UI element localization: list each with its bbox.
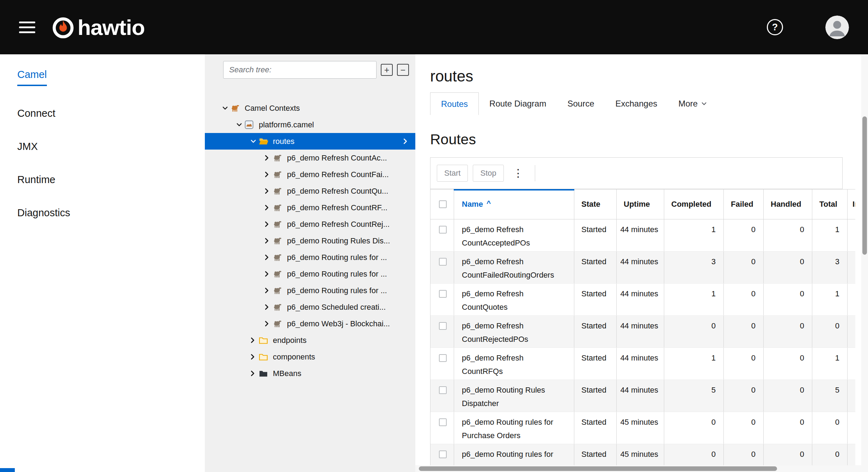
route-icon — [273, 237, 285, 245]
chevron-right-icon[interactable] — [250, 337, 259, 344]
tree-node[interactable]: components — [205, 349, 415, 365]
tree-node-label: Camel Contexts — [245, 104, 300, 113]
tree-node[interactable]: MBeans — [205, 365, 415, 382]
horizontal-scrollbar-thumb[interactable] — [419, 466, 777, 471]
select-all-checkbox[interactable] — [439, 200, 447, 208]
row-checkbox[interactable] — [439, 290, 447, 298]
search-tree-input[interactable] — [223, 61, 377, 79]
chevron-right-icon[interactable] — [264, 221, 273, 228]
tab-routes[interactable]: Routes — [430, 92, 479, 115]
sidebar-item-runtime[interactable]: Runtime — [17, 174, 55, 186]
chevron-right-icon[interactable] — [264, 237, 273, 244]
tree-node[interactable]: p6_demo Refresh CountFai... — [205, 166, 415, 183]
row-checkbox[interactable] — [439, 418, 447, 426]
app-logo[interactable]: hawtio — [51, 15, 145, 40]
column-header-total[interactable]: Total — [812, 189, 848, 219]
sidebar-item-diagnostics[interactable]: Diagnostics — [17, 207, 70, 219]
column-header-handled[interactable]: Handled — [764, 189, 812, 219]
cell-checkbox — [430, 380, 454, 412]
tree-node[interactable]: p6_demo Routing Rules Dis... — [205, 232, 415, 249]
cell-handled: 0 — [764, 219, 812, 251]
column-header-failed[interactable]: Failed — [724, 189, 764, 219]
table-row[interactable]: p6_demo Routing rules for Started 45 min… — [430, 444, 855, 466]
route-icon — [273, 170, 285, 178]
folder-icon — [259, 353, 271, 361]
tab-source[interactable]: Source — [557, 92, 605, 115]
start-button[interactable]: Start — [437, 165, 468, 182]
chevron-right-icon[interactable] — [250, 370, 259, 377]
column-header-inflight[interactable]: Inflight — [848, 189, 855, 219]
tree-node[interactable]: p6_demo Refresh CountAc... — [205, 150, 415, 166]
chevron-right-icon[interactable] — [264, 320, 273, 327]
tree-node[interactable]: p6_demo Web3j - Blockchai... — [205, 315, 415, 332]
column-header-completed[interactable]: Completed — [664, 189, 724, 219]
table-row[interactable]: p6_demo Refresh CountRejectedPOs Started… — [430, 316, 855, 348]
chevron-right-icon[interactable] — [264, 171, 273, 178]
cell-name: p6_demo Routing Rules Dispatcher — [454, 380, 574, 412]
tree-node[interactable]: Camel Contexts — [205, 100, 415, 116]
tree-node[interactable]: p6_demo Routing rules for ... — [205, 249, 415, 266]
cell-completed: 0 — [664, 444, 724, 466]
cell-state: Started — [574, 284, 617, 315]
tree-node[interactable]: routes — [205, 133, 415, 150]
column-header-uptime[interactable]: Uptime — [617, 189, 664, 219]
route-icon — [273, 320, 285, 328]
tree-node[interactable]: p6_demo Refresh CountQu... — [205, 183, 415, 199]
column-header-name[interactable]: Name^ — [454, 189, 574, 219]
chevron-right-icon[interactable] — [264, 304, 273, 310]
cell-name: p6_demo Routing rules for — [454, 444, 574, 466]
expand-all-button[interactable]: + — [381, 64, 393, 76]
tab-route-diagram[interactable]: Route Diagram — [479, 92, 557, 115]
table-row[interactable]: p6_demo Refresh CountAcceptedPOs Started… — [430, 219, 855, 252]
tree-node[interactable]: p6_demo Scheduled creati... — [205, 299, 415, 315]
chevron-right-icon[interactable] — [264, 204, 273, 211]
tree-node[interactable]: endpoints — [205, 332, 415, 349]
row-checkbox[interactable] — [439, 354, 447, 362]
chevron-right-icon[interactable] — [264, 155, 273, 161]
chevron-down-icon[interactable] — [236, 122, 245, 127]
table-row[interactable]: p6_demo Refresh CountRFQs Started 44 min… — [430, 348, 855, 380]
tree-node[interactable]: p6_demo Refresh CountRF... — [205, 199, 415, 216]
table-row[interactable]: p6_demo Routing rules for Purchase Order… — [430, 412, 855, 444]
row-checkbox[interactable] — [439, 322, 447, 330]
cell-state: Started — [574, 348, 617, 380]
menu-toggle-button[interactable] — [19, 22, 35, 33]
chevron-right-icon[interactable] — [264, 271, 273, 277]
tree-node[interactable]: p6_demo Routing rules for ... — [205, 266, 415, 282]
chevron-down-icon[interactable] — [250, 139, 259, 144]
row-checkbox[interactable] — [439, 450, 447, 458]
table-row[interactable]: p6_demo Routing Rules Dispatcher Started… — [430, 380, 855, 412]
table-row[interactable]: p6_demo Refresh CountQuotes Started 44 m… — [430, 284, 855, 316]
stop-button[interactable]: Stop — [473, 165, 503, 182]
tree: Camel Contexts platform6.camel routes p6… — [205, 100, 415, 382]
row-checkbox[interactable] — [439, 258, 447, 266]
tree-node[interactable]: platform6.camel — [205, 116, 415, 133]
kebab-menu-button[interactable]: ⋮ — [509, 168, 528, 178]
cell-checkbox — [430, 219, 454, 251]
chevron-right-icon[interactable] — [264, 188, 273, 194]
vertical-scrollbar-thumb[interactable] — [862, 116, 867, 255]
tree-node[interactable]: p6_demo Refresh CountRej... — [205, 216, 415, 232]
chevron-right-icon[interactable] — [264, 254, 273, 261]
cell-completed: 3 — [664, 252, 724, 283]
chevron-right-icon[interactable] — [264, 287, 273, 294]
column-header-state[interactable]: State — [574, 189, 617, 219]
tree-node[interactable]: p6_demo Routing rules for ... — [205, 282, 415, 299]
sidebar-item-jmx[interactable]: JMX — [17, 140, 38, 152]
sidebar-item-camel[interactable]: Camel — [17, 68, 47, 86]
row-checkbox[interactable] — [439, 226, 447, 234]
cell-completed: 0 — [664, 316, 724, 347]
collapse-all-button[interactable]: − — [397, 64, 409, 76]
table-row[interactable]: p6_demo Refresh CountFailedRoutingOrders… — [430, 252, 855, 284]
route-icon — [273, 253, 285, 261]
chevron-right-icon[interactable] — [250, 353, 259, 360]
help-icon[interactable]: ? — [767, 19, 783, 35]
chevron-down-icon[interactable] — [222, 106, 231, 110]
user-avatar[interactable] — [825, 16, 849, 39]
horizontal-scrollbar[interactable] — [415, 465, 861, 472]
row-checkbox[interactable] — [439, 386, 447, 394]
sidebar-item-connect[interactable]: Connect — [17, 107, 55, 119]
tab-exchanges[interactable]: Exchanges — [605, 92, 668, 115]
vertical-scrollbar[interactable] — [861, 54, 868, 472]
tab-more[interactable]: More — [668, 92, 717, 115]
